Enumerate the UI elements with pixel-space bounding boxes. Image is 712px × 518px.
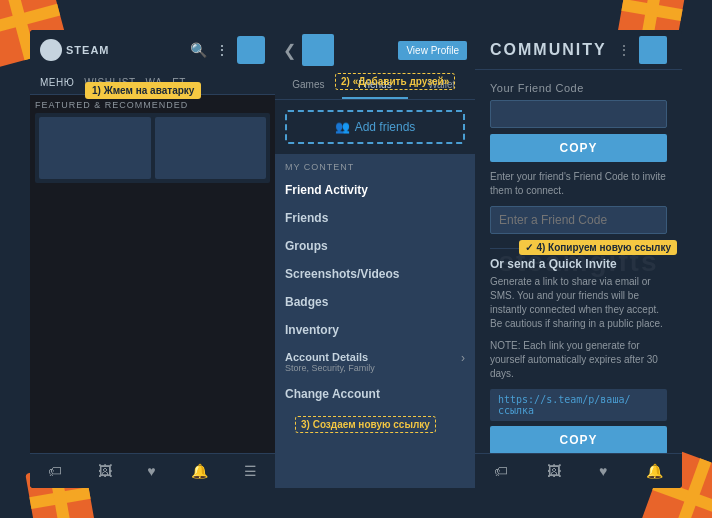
enter-friend-code-input[interactable] bbox=[490, 206, 667, 234]
profile-avatar bbox=[302, 34, 334, 66]
bell-icon[interactable]: 🔔 bbox=[191, 463, 208, 479]
steam-header: STEAM 🔍 ⋮ bbox=[30, 30, 275, 70]
quick-invite-title: Or send a Quick Invite bbox=[490, 257, 667, 271]
right-panel: COMMUNITY ⋮ steamgifts Your Friend Code … bbox=[475, 30, 682, 488]
add-friends-section: 👥 Add friends bbox=[275, 100, 475, 154]
my-content-label: MY CONTENT bbox=[275, 154, 475, 176]
content-inventory[interactable]: Inventory bbox=[275, 316, 475, 344]
view-profile-button[interactable]: View Profile bbox=[398, 41, 467, 60]
community-content: steamgifts Your Friend Code COPY Enter y… bbox=[475, 70, 682, 453]
nav-menu[interactable]: МЕНЮ bbox=[40, 77, 74, 88]
content-screenshots[interactable]: Screenshots/Videos bbox=[275, 260, 475, 288]
content-badges[interactable]: Badges bbox=[275, 288, 475, 316]
link-display: https://s.team/p/ваша/ссылка bbox=[490, 389, 667, 421]
community-options-icon[interactable]: ⋮ bbox=[617, 42, 631, 58]
quick-invite-text: Generate a link to share via email or SM… bbox=[490, 275, 667, 331]
annotation-4-text: 4) Копируем новую ссылку bbox=[536, 242, 671, 253]
content-groups[interactable]: Groups bbox=[275, 232, 475, 260]
bottom-nav-right: 🏷 🖼 ♥ 🔔 bbox=[475, 453, 682, 488]
image-icon[interactable]: 🖼 bbox=[98, 463, 112, 479]
tag-icon[interactable]: 🏷 bbox=[48, 463, 62, 479]
change-account-item[interactable]: Change Account bbox=[275, 379, 475, 408]
checkmark-icon: ✓ bbox=[525, 242, 533, 253]
add-friends-button[interactable]: 👥 Add friends bbox=[285, 110, 465, 144]
add-friends-icon: 👥 bbox=[335, 120, 350, 134]
account-details-text: Account Details Store, Security, Family bbox=[285, 351, 375, 373]
account-details-sub: Store, Security, Family bbox=[285, 363, 375, 373]
community-avatar[interactable] bbox=[639, 36, 667, 64]
middle-panel: ❮ View Profile 2) «Добавить друзей» Game… bbox=[275, 30, 475, 488]
tag-icon-r[interactable]: 🏷 bbox=[494, 463, 508, 479]
menu-icon[interactable]: ☰ bbox=[244, 463, 257, 479]
heart-icon-r[interactable]: ♥ bbox=[599, 463, 607, 479]
account-chevron-icon: › bbox=[461, 351, 465, 365]
bell-icon-r[interactable]: 🔔 bbox=[646, 463, 663, 479]
user-avatar-header[interactable] bbox=[237, 36, 265, 64]
community-title: COMMUNITY bbox=[490, 41, 607, 59]
tab-games[interactable]: Games bbox=[275, 70, 342, 99]
annotation-generate-link: 3) Создаем новую ссылку bbox=[295, 416, 436, 433]
copy-link-button[interactable]: COPY bbox=[490, 426, 667, 453]
content-friend-activity[interactable]: Friend Activity bbox=[275, 176, 475, 204]
options-icon[interactable]: ⋮ bbox=[215, 42, 229, 58]
bottom-nav-left: 🏷 🖼 ♥ 🔔 ☰ bbox=[30, 453, 275, 488]
account-details-item[interactable]: Account Details Store, Security, Family … bbox=[275, 344, 475, 379]
steam-logo: STEAM bbox=[40, 39, 110, 61]
steam-icon bbox=[40, 39, 62, 61]
featured-item-1 bbox=[39, 117, 151, 179]
annotation-click-avatar: 1) Жмем на аватарку bbox=[85, 82, 201, 99]
heart-icon[interactable]: ♥ bbox=[147, 463, 155, 479]
friend-code-helper: Enter your friend's Friend Code to invit… bbox=[490, 170, 667, 198]
content-friends[interactable]: Friends bbox=[275, 204, 475, 232]
main-container: STEAM 🔍 ⋮ МЕНЮ WISHLIST WA...ET 1) Жмем … bbox=[30, 30, 682, 488]
search-icon[interactable]: 🔍 bbox=[190, 42, 207, 58]
left-panel: STEAM 🔍 ⋮ МЕНЮ WISHLIST WA...ET 1) Жмем … bbox=[30, 30, 275, 488]
featured-images bbox=[35, 113, 270, 183]
copy-friend-code-button[interactable]: COPY bbox=[490, 134, 667, 162]
add-friends-label: Add friends bbox=[355, 120, 416, 134]
profile-header: ❮ View Profile bbox=[275, 30, 475, 70]
community-header: COMMUNITY ⋮ bbox=[475, 30, 682, 70]
note-text: NOTE: Each link you generate for yoursel… bbox=[490, 339, 667, 381]
back-button[interactable]: ❮ bbox=[283, 41, 296, 60]
steam-title: STEAM bbox=[66, 44, 110, 56]
account-details-title: Account Details bbox=[285, 351, 375, 363]
annotation-copy-link: ✓ 4) Копируем новую ссылку bbox=[519, 240, 677, 255]
annotation-add-friends: 2) «Добавить друзей» bbox=[335, 73, 455, 90]
friend-code-input[interactable] bbox=[490, 100, 667, 128]
featured-item-2 bbox=[155, 117, 267, 179]
image-icon-r[interactable]: 🖼 bbox=[547, 463, 561, 479]
friend-code-label: Your Friend Code bbox=[490, 82, 667, 94]
